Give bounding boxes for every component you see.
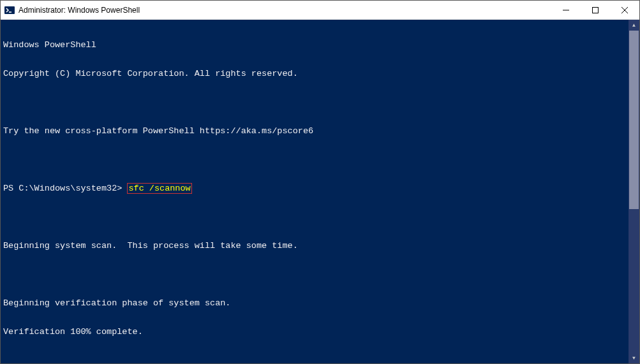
- powershell-icon: [4, 5, 15, 15]
- titlebar[interactable]: Administrator: Windows PowerShell: [1, 1, 639, 20]
- output-line: Try the new cross-platform PowerShell ht…: [3, 126, 637, 136]
- svg-rect-0: [4, 6, 15, 14]
- output-line: Windows PowerShell: [3, 40, 637, 50]
- command: sfc /scannow: [128, 184, 190, 193]
- scrollbar-thumb[interactable]: [629, 31, 639, 209]
- maximize-button[interactable]: [581, 1, 610, 19]
- prompt: PS C:\Windows\system32>: [3, 184, 127, 193]
- minimize-button[interactable]: [551, 1, 581, 19]
- window-title: Administrator: Windows PowerShell: [19, 6, 551, 15]
- window-controls: [551, 1, 639, 19]
- powershell-window: Administrator: Windows PowerShell Window…: [0, 0, 640, 364]
- output-line: Beginning system scan. This process will…: [3, 241, 637, 251]
- blank-line: [3, 212, 637, 222]
- scroll-up-icon[interactable]: ▲: [629, 20, 639, 31]
- close-button[interactable]: [610, 1, 639, 19]
- svg-rect-3: [593, 7, 599, 13]
- blank-line: [3, 155, 637, 164]
- command-highlight: sfc /scannow: [127, 183, 191, 194]
- output-line: Verification 100% complete.: [3, 327, 637, 337]
- scroll-down-icon[interactable]: ▼: [629, 353, 639, 363]
- output-line: Copyright (C) Microsoft Corporation. All…: [3, 69, 637, 78]
- blank-line: [3, 270, 637, 279]
- blank-line: [3, 356, 637, 363]
- blank-line: [3, 98, 637, 107]
- output-line: Beginning verification phase of system s…: [3, 298, 637, 308]
- terminal-area[interactable]: Windows PowerShell Copyright (C) Microso…: [1, 20, 639, 363]
- vertical-scrollbar[interactable]: ▲ ▼: [629, 20, 639, 363]
- prompt-line: PS C:\Windows\system32> sfc /scannow: [3, 184, 637, 193]
